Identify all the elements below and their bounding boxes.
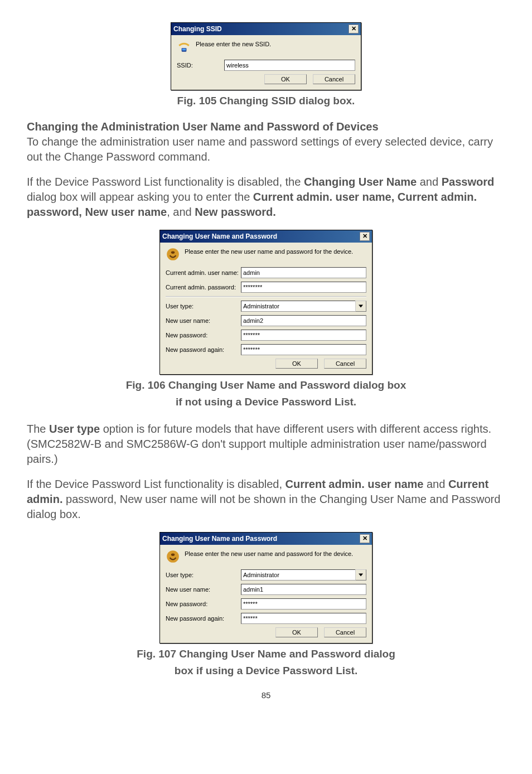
cancel-button[interactable]: Cancel — [313, 74, 355, 84]
user-type-select[interactable]: Administrator — [241, 569, 366, 580]
dialog-instruction: Please enter the new user name and passw… — [185, 247, 353, 255]
close-icon[interactable]: ✕ — [360, 232, 370, 241]
changing-user-password-dialog-b: Changing User Name and Password ✕ Please… — [159, 532, 373, 644]
dialog-title: Changing User Name and Password — [162, 233, 277, 240]
user-type-select[interactable]: Administrator — [241, 301, 366, 312]
section2-p2: If the Device Password List functionalit… — [27, 477, 505, 522]
device-icon — [166, 549, 180, 564]
fig107-caption-line2: box if using a Device Password List. — [27, 665, 505, 677]
chevron-down-icon[interactable] — [355, 301, 366, 312]
dialog-title: Changing User Name and Password — [162, 535, 277, 543]
new-pwd2-label: New password again: — [166, 346, 241, 353]
fig106-caption-line2: if not using a Device Password List. — [27, 396, 505, 408]
close-icon[interactable]: ✕ — [360, 534, 370, 543]
section2-p1: The User type option is for future model… — [27, 422, 505, 467]
ok-button[interactable]: OK — [275, 627, 318, 637]
wifi-icon — [177, 40, 191, 54]
ssid-input[interactable]: wireless — [224, 60, 355, 71]
current-pwd-label: Current admin. password: — [166, 284, 241, 291]
svg-rect-1 — [182, 49, 186, 50]
current-user-label: Current admin. user name: — [166, 269, 241, 276]
section1-p2: If the Device Password List functionalit… — [27, 175, 505, 220]
changing-user-password-dialog-a: Changing User Name and Password ✕ Please… — [159, 230, 373, 375]
cancel-button[interactable]: Cancel — [324, 627, 366, 637]
close-icon[interactable]: ✕ — [349, 25, 359, 33]
new-pwd2-input[interactable]: ******* — [241, 344, 366, 355]
svg-point-4 — [167, 550, 179, 563]
section-heading: Changing the Administration User Name an… — [27, 120, 505, 133]
new-pwd-input[interactable]: ****** — [241, 598, 366, 609]
user-type-label: User type: — [166, 572, 241, 578]
new-user-label: New user name: — [166, 586, 241, 593]
titlebar: Changing SSID ✕ — [171, 23, 361, 35]
device-icon — [166, 247, 180, 262]
new-user-input[interactable]: admin2 — [241, 315, 366, 326]
fig106-caption-line1: Fig. 106 Changing User Name and Password… — [27, 379, 505, 391]
page-number: 85 — [27, 690, 505, 700]
chevron-down-icon[interactable] — [355, 569, 366, 580]
section1-p1: To change the administration user name a… — [27, 134, 505, 165]
ok-button[interactable]: OK — [275, 359, 318, 369]
changing-ssid-dialog: Changing SSID ✕ Please enter the new SSI… — [171, 22, 361, 90]
dialog-instruction: Please enter the new SSID. — [196, 40, 271, 47]
titlebar: Changing User Name and Password ✕ — [160, 230, 372, 243]
svg-point-3 — [171, 251, 175, 254]
cancel-button[interactable]: Cancel — [324, 359, 366, 369]
new-pwd-label: New password: — [166, 601, 241, 607]
divider — [166, 296, 366, 297]
ok-button[interactable]: OK — [264, 74, 307, 84]
current-pwd-input[interactable]: ******** — [241, 282, 366, 293]
fig105-caption: Fig. 105 Changing SSID dialog box. — [27, 95, 505, 107]
ssid-label: SSID: — [177, 62, 224, 69]
new-pwd2-label: New password again: — [166, 615, 241, 622]
titlebar: Changing User Name and Password ✕ — [160, 533, 372, 545]
new-user-input[interactable]: admin1 — [241, 584, 366, 595]
new-pwd-input[interactable]: ******* — [241, 330, 366, 341]
new-pwd-label: New password: — [166, 332, 241, 338]
new-user-label: New user name: — [166, 317, 241, 324]
dialog-title: Changing SSID — [173, 25, 222, 33]
current-user-input[interactable]: admin — [241, 267, 366, 278]
user-type-label: User type: — [166, 303, 241, 309]
svg-point-5 — [171, 554, 175, 556]
fig107-caption-line1: Fig. 107 Changing User Name and Password… — [27, 648, 505, 660]
new-pwd2-input[interactable]: ****** — [241, 613, 366, 624]
dialog-instruction: Please enter the new user name and passw… — [185, 549, 353, 557]
svg-point-2 — [167, 248, 179, 260]
